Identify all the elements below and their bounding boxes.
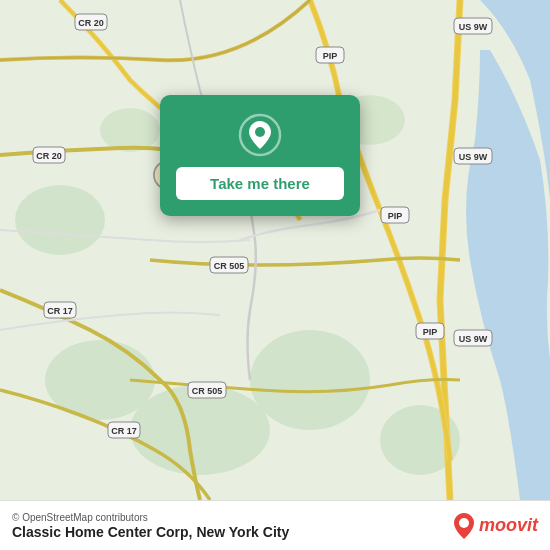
moovit-logo: moovit [453,512,538,540]
svg-point-36 [255,127,265,137]
footer-left: © OpenStreetMap contributors Classic Hom… [12,512,289,540]
location-pin-icon [238,113,282,157]
svg-text:CR 20: CR 20 [78,18,104,28]
popup-card: Take me there [160,95,360,216]
svg-text:PIP: PIP [323,51,338,61]
svg-text:CR 505: CR 505 [214,261,245,271]
svg-point-4 [250,330,370,430]
osm-attribution: © OpenStreetMap contributors [12,512,289,523]
svg-point-1 [15,185,105,255]
svg-text:PIP: PIP [388,211,403,221]
svg-text:CR 17: CR 17 [47,306,73,316]
footer-bar: © OpenStreetMap contributors Classic Hom… [0,500,550,550]
svg-text:PIP: PIP [423,327,438,337]
map-container: CR 20 CR 20 US 9W US 9W US 9W PIP PIP PI… [0,0,550,500]
svg-text:CR 20: CR 20 [36,151,62,161]
location-name: Classic Home Center Corp, New York City [12,524,289,540]
svg-text:CR 505: CR 505 [192,386,223,396]
take-me-there-button[interactable]: Take me there [176,167,344,200]
svg-text:US 9W: US 9W [459,152,488,162]
svg-text:US 9W: US 9W [459,22,488,32]
moovit-pin-icon [453,512,475,540]
svg-text:US 9W: US 9W [459,334,488,344]
map-svg: CR 20 CR 20 US 9W US 9W US 9W PIP PIP PI… [0,0,550,500]
svg-text:CR 17: CR 17 [111,426,137,436]
svg-point-7 [100,108,160,152]
svg-point-37 [459,518,469,528]
moovit-brand-text: moovit [479,515,538,536]
